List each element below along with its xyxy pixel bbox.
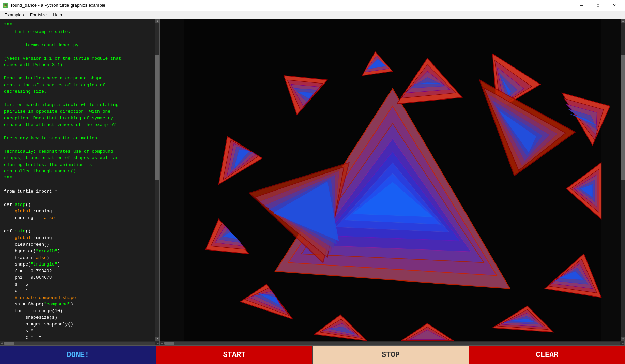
- h-scroll-right-btn[interactable]: ▶: [157, 341, 159, 345]
- turtle-canvas: [160, 19, 625, 341]
- horizontal-scroll-area: ◀ ▶ ◀ ▶: [0, 341, 625, 345]
- canvas-scrollbar[interactable]: ▲ ▼: [621, 19, 625, 341]
- canvas-h-scroll-track[interactable]: [164, 342, 620, 345]
- bottom-toolbar: DONE! START STOP CLEAR: [0, 345, 625, 364]
- window-title: round_dance - a Python turtle graphics e…: [11, 3, 574, 8]
- app-icon: 🐢: [3, 3, 8, 8]
- code-editor[interactable]: """ turtle-example-suite: tdemo_round_da…: [0, 19, 159, 341]
- h-scroll-left-btn[interactable]: ◀: [1, 341, 3, 345]
- canvas-h-scroll-left[interactable]: ◀: [161, 341, 163, 345]
- maximize-button[interactable]: □: [590, 0, 606, 11]
- h-scroll-track[interactable]: [4, 342, 155, 345]
- canvas-panel: ▲ ▼: [160, 19, 625, 341]
- menu-help[interactable]: Help: [50, 11, 65, 18]
- canvas-scroll-track[interactable]: [621, 23, 625, 337]
- canvas-h-scroll-thumb[interactable]: [164, 342, 174, 345]
- stop-button[interactable]: STOP: [313, 346, 469, 364]
- start-button[interactable]: START: [156, 346, 313, 364]
- main-content: """ turtle-example-suite: tdemo_round_da…: [0, 19, 625, 341]
- window-controls: ─ □ ✕: [574, 0, 622, 11]
- scroll-thumb[interactable]: [155, 55, 159, 180]
- title-bar: 🐢 round_dance - a Python turtle graphics…: [0, 0, 625, 11]
- scroll-track[interactable]: [155, 23, 159, 337]
- scroll-up-btn[interactable]: ▲: [155, 19, 159, 23]
- clear-button[interactable]: CLEAR: [469, 346, 625, 364]
- menu-fontsize[interactable]: Fontsize: [27, 11, 50, 18]
- canvas-scroll-down[interactable]: ▼: [621, 337, 625, 341]
- close-button[interactable]: ✕: [607, 0, 622, 11]
- canvas-scroll-thumb[interactable]: [621, 55, 625, 180]
- vertical-scrollbar[interactable]: ▲ ▼: [155, 19, 159, 341]
- code-content: """ turtle-example-suite: tdemo_round_da…: [4, 22, 155, 341]
- menu-bar: Examples Fontsize Help: [0, 11, 625, 19]
- h-scroll-thumb[interactable]: [4, 342, 14, 345]
- canvas-h-scroll[interactable]: ◀ ▶: [160, 341, 625, 345]
- canvas-h-scroll-right[interactable]: ▶: [622, 341, 624, 345]
- scroll-down-btn[interactable]: ▼: [155, 337, 159, 341]
- minimize-button[interactable]: ─: [574, 0, 590, 11]
- done-button[interactable]: DONE!: [0, 346, 156, 364]
- menu-examples[interactable]: Examples: [1, 11, 27, 18]
- canvas-scroll-up[interactable]: ▲: [621, 19, 625, 23]
- code-panel: """ turtle-example-suite: tdemo_round_da…: [0, 19, 160, 341]
- code-h-scroll[interactable]: ◀ ▶: [0, 341, 160, 345]
